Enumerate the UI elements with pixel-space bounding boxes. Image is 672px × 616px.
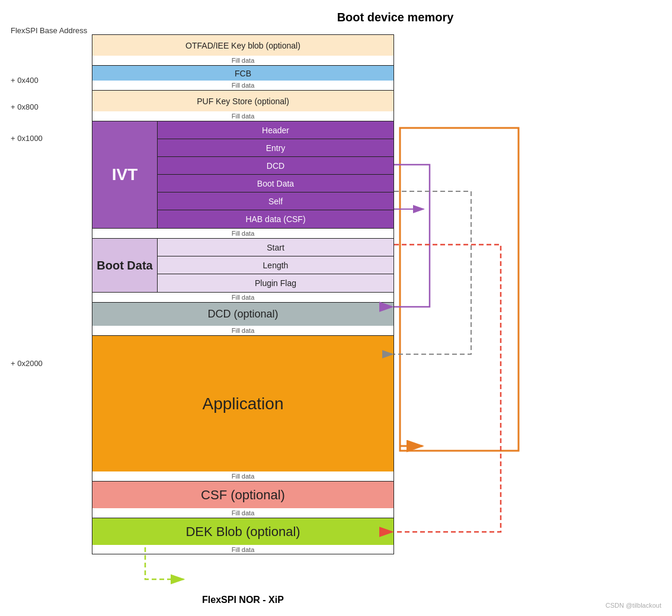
- bootdata-fields: Start Length Plugin Flag: [158, 239, 393, 292]
- otfad-label: OTFAD/IEE Key blob (optional): [185, 41, 300, 50]
- addr-label-800: + 0x800: [11, 102, 39, 111]
- addr-label-400: + 0x400: [11, 76, 39, 85]
- fcb-label: FCB: [235, 69, 251, 78]
- bootdata-container: Boot Data Start Length Plugin Flag: [92, 238, 394, 293]
- svg-rect-0: [400, 128, 519, 451]
- puf-block: PUF Key Store (optional): [92, 90, 394, 111]
- puf-label: PUF Key Store (optional): [197, 97, 289, 106]
- dcd-label: DCD (optional): [207, 308, 278, 320]
- ivt-self: Self: [158, 192, 393, 210]
- bottom-label: FlexSPI NOR - XiP: [92, 595, 394, 605]
- ivt-header: Header: [158, 121, 393, 139]
- fill-data-5: Fill data: [92, 293, 394, 302]
- fill-data-1: Fill data: [92, 56, 394, 65]
- bootdata-label: Boot Data: [92, 239, 158, 292]
- bootdata-length: Length: [158, 256, 393, 274]
- csf-label: CSF (optional): [201, 487, 285, 503]
- csf-block: CSF (optional): [92, 481, 394, 508]
- fcb-block: FCB: [92, 65, 394, 81]
- ivt-hab: HAB data (CSF): [158, 210, 393, 228]
- watermark: CSDN @tilblackout: [606, 602, 661, 609]
- main-diagram: OTFAD/IEE Key blob (optional) Fill data …: [92, 34, 394, 554]
- addr-label-2000: + 0x2000: [11, 359, 43, 368]
- fill-data-4: Fill data: [92, 229, 394, 238]
- application-block: Application: [92, 335, 394, 471]
- dcd-block: DCD (optional): [92, 302, 394, 326]
- bootdata-start: Start: [158, 239, 393, 256]
- dek-block: DEK Blob (optional): [92, 518, 394, 545]
- flexspi-base-label: FlexSPI Base Address: [11, 26, 87, 35]
- ivt-bootdata: Boot Data: [158, 175, 393, 192]
- fill-data-7: Fill data: [92, 471, 394, 481]
- ivt-container: IVT Header Entry DCD Boot Data Self HAB …: [92, 121, 394, 229]
- fill-data-2: Fill data: [92, 81, 394, 90]
- ivt-fields: Header Entry DCD Boot Data Self HAB data…: [158, 121, 393, 228]
- ivt-dcd: DCD: [158, 157, 393, 175]
- dek-label: DEK Blob (optional): [185, 524, 300, 540]
- ivt-label: IVT: [92, 121, 158, 228]
- fill-data-3: Fill data: [92, 111, 394, 121]
- fill-data-8: Fill data: [92, 508, 394, 518]
- fill-data-6: Fill data: [92, 326, 394, 335]
- bootdata-plugin: Plugin Flag: [158, 274, 393, 292]
- application-label: Application: [203, 394, 284, 413]
- addr-label-1000: + 0x1000: [11, 134, 43, 143]
- page-title: Boot device memory: [119, 11, 672, 24]
- fill-data-9: Fill data: [92, 545, 394, 554]
- ivt-entry: Entry: [158, 139, 393, 157]
- otfad-block: OTFAD/IEE Key blob (optional): [92, 34, 394, 56]
